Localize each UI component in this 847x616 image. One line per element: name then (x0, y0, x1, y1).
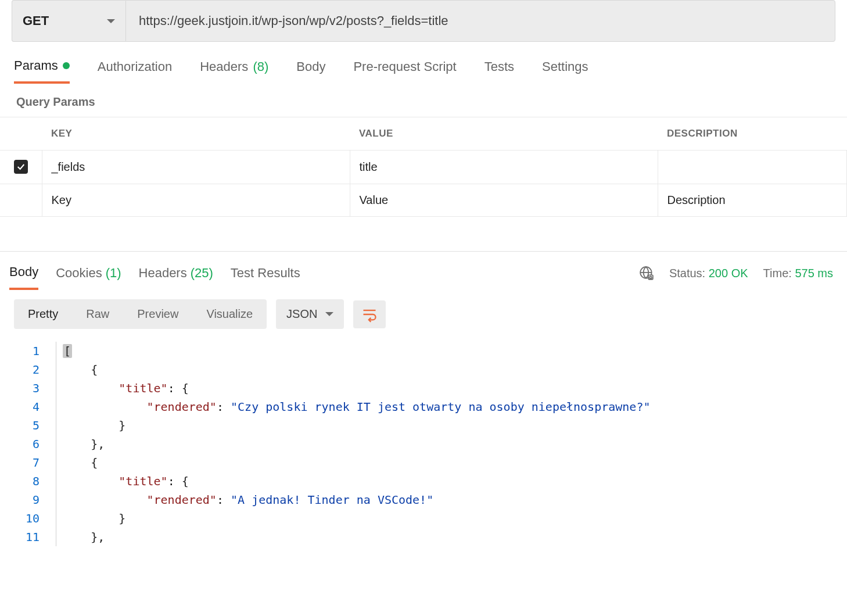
params-active-dot-icon (63, 62, 70, 69)
tab-prerequest[interactable]: Pre-request Script (353, 58, 456, 84)
http-method-value: GET (23, 13, 49, 28)
http-method-select[interactable]: GET (12, 0, 125, 42)
view-raw-button[interactable]: Raw (72, 299, 123, 329)
word-wrap-button[interactable] (353, 300, 386, 328)
tab-params-label: Params (14, 58, 58, 73)
query-params-heading: Query Params (0, 84, 847, 117)
view-pretty-button[interactable]: Pretty (14, 299, 72, 329)
chevron-down-icon (325, 312, 333, 316)
response-body-viewer[interactable]: 1234567891011 [ { "title": { "rendered":… (0, 338, 847, 546)
code-line: } (56, 509, 847, 528)
tab-headers-count: (8) (253, 59, 268, 74)
view-visualize-button[interactable]: Visualize (192, 299, 267, 329)
format-select[interactable]: JSON (276, 299, 344, 329)
format-value: JSON (286, 307, 317, 321)
resp-tab-body[interactable]: Body (9, 264, 38, 290)
chevron-down-icon (107, 19, 115, 23)
code-line: }, (56, 528, 847, 546)
resp-tab-cookies-label: Cookies (56, 266, 102, 281)
code-line: [ (56, 342, 847, 360)
tab-authorization[interactable]: Authorization (98, 58, 172, 84)
tab-tests[interactable]: Tests (484, 58, 514, 84)
col-value-header: VALUE (350, 117, 658, 151)
col-key-header: KEY (42, 117, 350, 151)
url-input[interactable]: https://geek.justjoin.it/wp-json/wp/v2/p… (125, 0, 835, 42)
status-label: Status: (669, 267, 705, 280)
code-line: }, (56, 435, 847, 453)
view-mode-segment: Pretty Raw Preview Visualize (14, 299, 267, 329)
code-line: { (56, 453, 847, 472)
param-key-placeholder[interactable]: Key (42, 184, 350, 217)
response-tabs: Body Cookies (1) Headers (25) Test Resul… (0, 252, 847, 290)
col-checkbox-header (0, 117, 42, 151)
check-icon (16, 162, 26, 171)
time-label: Time: (763, 267, 792, 280)
param-value-placeholder[interactable]: Value (350, 184, 658, 217)
param-description-cell[interactable] (658, 151, 847, 184)
resp-tab-cookies-count: (1) (106, 266, 121, 281)
code-line: "title": { (56, 472, 847, 490)
code-line: "rendered": "Czy polski rynek IT jest ot… (56, 397, 847, 416)
code-line: "rendered": "A jednak! Tinder na VSCode!… (56, 490, 847, 509)
status-value: 200 OK (709, 267, 748, 280)
resp-tab-cookies[interactable]: Cookies (1) (56, 266, 121, 289)
line-number-gutter: 1234567891011 (0, 342, 56, 546)
request-tabs: Params Authorization Headers (8) Body Pr… (0, 58, 847, 84)
resp-tab-testresults[interactable]: Test Results (231, 266, 300, 289)
tab-settings[interactable]: Settings (542, 58, 588, 84)
query-params-table: KEY VALUE DESCRIPTION _fields title Key … (0, 117, 847, 217)
table-row: _fields title (0, 151, 847, 184)
param-description-placeholder[interactable]: Description (658, 184, 847, 217)
tab-headers-label: Headers (200, 59, 248, 74)
param-value-cell[interactable]: title (350, 151, 658, 184)
col-description-header: DESCRIPTION (658, 117, 847, 151)
param-key-cell[interactable]: _fields (42, 151, 350, 184)
row-checkbox[interactable] (14, 160, 28, 174)
url-value: https://geek.justjoin.it/wp-json/wp/v2/p… (139, 13, 448, 28)
view-preview-button[interactable]: Preview (123, 299, 192, 329)
tab-params[interactable]: Params (14, 58, 70, 84)
table-row-empty: Key Value Description (0, 184, 847, 217)
tab-body[interactable]: Body (296, 58, 325, 84)
response-body-toolbar: Pretty Raw Preview Visualize JSON (0, 290, 847, 338)
resp-tab-headers-label: Headers (139, 266, 187, 281)
code-line: { (56, 360, 847, 379)
code-line: } (56, 416, 847, 435)
network-icon[interactable] (639, 266, 654, 281)
code-lines: [ { "title": { "rendered": "Czy polski r… (56, 342, 847, 546)
tab-headers[interactable]: Headers (8) (200, 58, 268, 84)
time-value: 575 ms (795, 267, 833, 280)
resp-tab-headers[interactable]: Headers (25) (139, 266, 213, 289)
code-line: "title": { (56, 379, 847, 397)
resp-tab-headers-count: (25) (191, 266, 213, 281)
word-wrap-icon (361, 306, 378, 323)
